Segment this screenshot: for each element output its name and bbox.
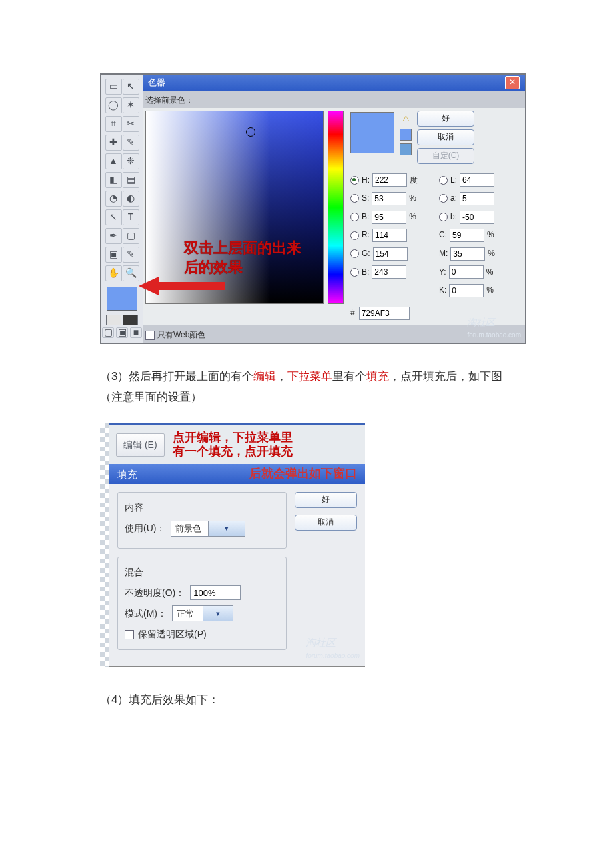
color-field-marker bbox=[246, 127, 255, 137]
br-input[interactable] bbox=[372, 211, 406, 224]
zoom-tool-icon[interactable]: 🔍 bbox=[123, 265, 139, 281]
dialog-title: 填充 bbox=[117, 465, 137, 483]
annotation-arrow bbox=[139, 280, 225, 292]
canvas-checker bbox=[100, 423, 109, 667]
edit-menu-button[interactable]: 编辑 (E) bbox=[116, 433, 165, 457]
annotation-text: 双击上层面的出来 后的效果 bbox=[184, 239, 301, 277]
web-only-checkbox[interactable] bbox=[145, 331, 155, 340]
g-input[interactable] bbox=[373, 247, 408, 261]
b-input[interactable] bbox=[460, 211, 494, 224]
brush-tool-icon[interactable]: ✎ bbox=[123, 135, 139, 151]
m-input[interactable] bbox=[450, 247, 485, 261]
g-radio[interactable] bbox=[350, 249, 359, 258]
stamp-tool-icon[interactable]: ▲ bbox=[105, 153, 122, 169]
cancel-button[interactable]: 取消 bbox=[295, 515, 357, 531]
blur-tool-icon[interactable]: ◔ bbox=[105, 191, 122, 207]
s-radio[interactable] bbox=[350, 194, 359, 203]
shape-tool-icon[interactable]: ▢ bbox=[123, 228, 139, 244]
foreground-color-swatch[interactable] bbox=[107, 287, 137, 311]
l-radio[interactable] bbox=[439, 176, 448, 185]
dialog-titlebar: 填充 后就会弹出如下窗口 bbox=[109, 464, 365, 484]
opacity-label: 不透明度(O)： bbox=[125, 585, 185, 601]
paragraph-3: （3）然后再打开最上面的有个编辑，下拉菜单里有个填充，点开填充后，如下图（注意里… bbox=[0, 344, 613, 407]
ok-button[interactable]: 好 bbox=[417, 111, 474, 127]
b-radio[interactable] bbox=[439, 213, 448, 221]
pen-tool-icon[interactable]: ✒ bbox=[105, 228, 122, 244]
content-panel: 内容 使用(U)： 前景色▾ bbox=[117, 492, 287, 548]
blend-legend: 混合 bbox=[125, 564, 279, 581]
cancel-button[interactable]: 取消 bbox=[417, 129, 474, 145]
chevron-down-icon: ▾ bbox=[208, 521, 245, 536]
use-label: 使用(U)： bbox=[125, 520, 165, 537]
screen-mode-icon[interactable]: ■ bbox=[130, 327, 142, 338]
ok-button[interactable]: 好 bbox=[295, 492, 357, 508]
mode-select[interactable]: 正常▾ bbox=[172, 605, 233, 621]
k-input[interactable] bbox=[449, 284, 484, 297]
chevron-down-icon: ▾ bbox=[203, 606, 233, 621]
br-radio[interactable] bbox=[350, 213, 359, 221]
path-tool-icon[interactable]: ↖ bbox=[105, 209, 122, 225]
wand-tool-icon[interactable]: ✶ bbox=[123, 97, 139, 113]
select-fg-label: 选择前景色： bbox=[143, 91, 525, 108]
opacity-input[interactable] bbox=[190, 585, 241, 600]
use-select[interactable]: 前景色▾ bbox=[171, 521, 245, 537]
h-radio[interactable] bbox=[350, 176, 359, 185]
move-tool-icon[interactable]: ↖ bbox=[123, 79, 139, 95]
web-only-label: 只有Web颜色 bbox=[157, 328, 205, 343]
lasso-tool-icon[interactable]: ◯ bbox=[105, 97, 122, 113]
dialog-title: 色器 bbox=[148, 75, 165, 90]
history-brush-icon[interactable]: ❉ bbox=[123, 153, 139, 169]
hue-slider[interactable] bbox=[328, 111, 344, 304]
dialog-titlebar: 色器 ✕ bbox=[143, 75, 525, 91]
screen-mode-icon[interactable]: ▢ bbox=[102, 327, 114, 338]
marquee-tool-icon[interactable]: ▭ bbox=[105, 79, 122, 95]
bl-radio[interactable] bbox=[350, 268, 359, 277]
preserve-alpha-label: 保留透明区域(P) bbox=[138, 626, 207, 643]
hex-prefix: # bbox=[350, 306, 355, 321]
paragraph-4: （4）填充后效果如下： bbox=[0, 667, 613, 711]
dodge-tool-icon[interactable]: ◐ bbox=[123, 191, 139, 207]
hand-tool-icon[interactable]: ✋ bbox=[105, 265, 122, 281]
slice-tool-icon[interactable]: ✂ bbox=[123, 116, 139, 132]
y-input[interactable] bbox=[449, 265, 484, 279]
fill-dialog-screenshot: 编辑 (E) 点开编辑，下拉菜单里有一个填充，点开填充 填充 后就会弹出如下窗口… bbox=[100, 423, 613, 667]
gradient-tool-icon[interactable]: ▤ bbox=[123, 172, 139, 188]
color-picker-screenshot: ▭↖ ◯✶ ⌗✂ ✚✎ ▲❉ ◧▤ ◔◐ ↖T ✒▢ ▣✎ ✋🔍 ▢▣■ bbox=[100, 73, 526, 344]
annotation-text: 点开编辑，下拉菜单里有一个填充，点开填充 bbox=[173, 431, 293, 459]
gamut-warning-icon[interactable]: ⚠ bbox=[402, 112, 410, 127]
content-legend: 内容 bbox=[125, 499, 279, 516]
bl-input[interactable] bbox=[372, 265, 406, 279]
r-radio[interactable] bbox=[350, 231, 359, 240]
c-input[interactable] bbox=[450, 229, 484, 242]
watermark: 淘社区 forum.taobao.com bbox=[306, 633, 360, 662]
custom-button[interactable]: 自定(C) bbox=[417, 148, 474, 164]
screen-mode-icon[interactable]: ▣ bbox=[116, 327, 128, 338]
s-input[interactable] bbox=[372, 192, 406, 205]
a-radio[interactable] bbox=[439, 194, 448, 203]
h-input[interactable] bbox=[372, 173, 407, 187]
watermark: 淘社区 forum.taobao.com bbox=[467, 314, 521, 341]
l-input[interactable] bbox=[460, 173, 494, 187]
gamut-swatch[interactable] bbox=[400, 129, 412, 141]
heal-tool-icon[interactable]: ✚ bbox=[105, 135, 122, 151]
blend-panel: 混合 不透明度(O)： 模式(M)： 正常▾ bbox=[117, 557, 287, 651]
new-current-swatch bbox=[350, 112, 394, 153]
crop-tool-icon[interactable]: ⌗ bbox=[105, 116, 122, 132]
notes-tool-icon[interactable]: ▣ bbox=[105, 247, 122, 263]
eyedropper-tool-icon[interactable]: ✎ bbox=[123, 247, 139, 263]
r-input[interactable] bbox=[372, 229, 407, 242]
a-input[interactable] bbox=[460, 192, 494, 205]
close-icon[interactable]: ✕ bbox=[505, 76, 520, 89]
websafe-swatch[interactable] bbox=[400, 143, 412, 155]
mode-label: 模式(M)： bbox=[125, 605, 167, 622]
eraser-tool-icon[interactable]: ◧ bbox=[105, 172, 122, 188]
hex-input[interactable] bbox=[359, 307, 410, 320]
photoshop-toolbar: ▭↖ ◯✶ ⌗✂ ✚✎ ▲❉ ◧▤ ◔◐ ↖T ✒▢ ▣✎ ✋🔍 ▢▣■ bbox=[101, 75, 143, 343]
type-tool-icon[interactable]: T bbox=[123, 209, 139, 225]
preserve-alpha-checkbox[interactable] bbox=[125, 630, 134, 639]
